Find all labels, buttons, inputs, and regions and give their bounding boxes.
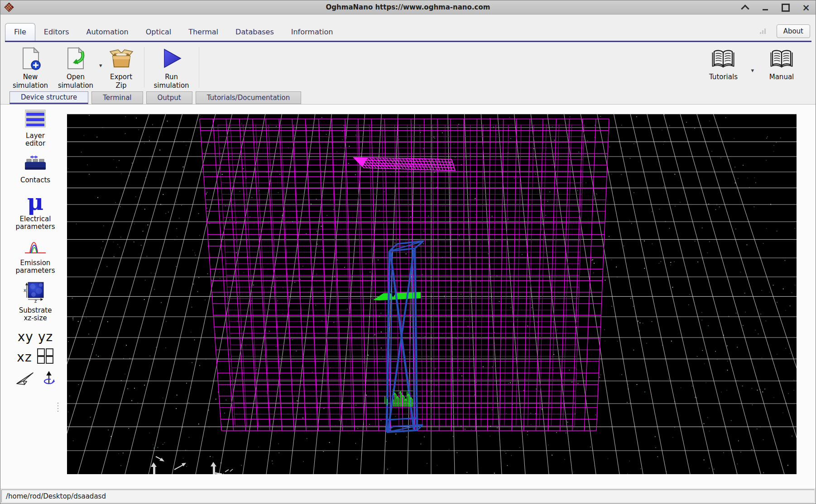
menu-databases[interactable]: Databases: [227, 24, 283, 41]
open-simulation-dropdown-caret[interactable]: ▾: [99, 62, 102, 90]
run-simulation-button[interactable]: Runsimulation: [149, 46, 194, 90]
manual-label: Manual: [769, 73, 794, 81]
view-xy-button[interactable]: xy: [18, 329, 34, 344]
electrical-parameters-button[interactable]: μ Electricalparameters: [15, 191, 55, 231]
layer-editor-button[interactable]: Layereditor: [24, 109, 46, 147]
titlebar[interactable]: OghmaNano https://www.oghma-nano.com ×: [0, 0, 816, 14]
minimize-button[interactable]: [761, 4, 769, 12]
new-simulation-label: Newsimulation: [13, 73, 48, 90]
window-title: OghmaNano https://www.oghma-nano.com: [0, 3, 816, 11]
substrate-xz-size-button[interactable]: x z Substratexz-size: [19, 281, 52, 322]
emission-parameters-button[interactable]: Emissionparameters: [15, 237, 55, 275]
maximize-button[interactable]: [782, 4, 790, 12]
zip-box-icon: [109, 46, 134, 71]
toolbar-separator: [199, 47, 199, 88]
four-views-icon[interactable]: [37, 348, 54, 366]
view-xz-button[interactable]: xz: [17, 350, 32, 365]
device-sidebar: Layereditor Contacts μ: [7, 109, 64, 388]
menubar: File Editors Automation Optical Thermal …: [0, 15, 816, 42]
manual-button[interactable]: Manual: [755, 46, 808, 81]
substrate-image-icon: x z: [24, 281, 47, 304]
menu-editors[interactable]: Editors: [35, 24, 78, 41]
ray-trace-plane-icon[interactable]: [15, 371, 34, 387]
menu-automation[interactable]: Automation: [77, 24, 137, 41]
simulation-path-field: /home/rod/Desktop/dsaadasd: [1, 490, 815, 503]
contacts-label: Contacts: [20, 176, 50, 184]
tab-device-structure[interactable]: Device structure: [10, 91, 88, 104]
substrate-xz-size-label: Substratexz-size: [19, 307, 52, 322]
toolbar-separator: [144, 47, 144, 88]
book-icon: [711, 46, 735, 71]
open-simulation-label: Opensimulation: [58, 73, 93, 90]
view-tabs: Device structure Terminal Output Tutoria…: [10, 91, 301, 104]
tab-tutorials-documentation[interactable]: Tutorials/Documentation: [196, 91, 302, 104]
toolbar: Newsimulation Opensimulation ▾: [0, 43, 816, 90]
device-3d-viewport[interactable]: [67, 114, 797, 474]
emission-spectrum-icon: [24, 237, 47, 257]
menu-information[interactable]: Information: [283, 24, 342, 41]
new-simulation-button[interactable]: Newsimulation: [8, 46, 53, 90]
open-document-icon: [63, 46, 88, 71]
view-yz-button[interactable]: yz: [38, 329, 53, 344]
book-icon: [769, 46, 794, 71]
contacts-icon: [24, 154, 47, 174]
tutorials-dropdown-caret[interactable]: ▾: [751, 67, 754, 74]
menu-underline: [5, 41, 811, 42]
about-button[interactable]: About: [777, 24, 810, 38]
svg-text:z: z: [34, 299, 37, 303]
mu-icon: μ: [27, 191, 44, 213]
export-zip-label: ExportZip: [110, 73, 132, 90]
close-button[interactable]: ×: [802, 4, 810, 12]
device-3d-scene[interactable]: [67, 114, 797, 474]
resize-grip-icon: [760, 29, 766, 34]
play-icon: [159, 46, 184, 71]
shade-window-button[interactable]: [741, 4, 749, 12]
layer-editor-icon: [24, 109, 46, 130]
statusbar: /home/rod/Desktop/dsaadasd: [0, 488, 816, 504]
menu-thermal[interactable]: Thermal: [180, 24, 227, 41]
electrical-parameters-label: Electricalparameters: [15, 215, 55, 231]
menu-file[interactable]: File: [5, 23, 35, 41]
svg-text:x: x: [24, 288, 26, 293]
tab-terminal[interactable]: Terminal: [91, 91, 143, 104]
new-document-icon: [18, 46, 43, 71]
sidebar-splitter-handle[interactable]: [57, 403, 59, 412]
contacts-button[interactable]: Contacts: [20, 154, 50, 184]
run-simulation-label: Runsimulation: [154, 73, 189, 90]
rotate-view-icon[interactable]: [43, 371, 55, 388]
export-zip-button[interactable]: ExportZip: [103, 46, 139, 90]
simulation-path: /home/rod/Desktop/dsaadasd: [6, 492, 106, 500]
tutorials-button[interactable]: Tutorials: [696, 46, 750, 81]
app-window: OghmaNano https://www.oghma-nano.com × F…: [0, 0, 816, 504]
layer-editor-label: Layereditor: [25, 132, 45, 147]
tutorials-label: Tutorials: [709, 73, 738, 81]
open-simulation-button[interactable]: Opensimulation: [53, 46, 98, 90]
emission-parameters-label: Emissionparameters: [15, 259, 55, 275]
tab-output[interactable]: Output: [146, 91, 192, 104]
menu-optical[interactable]: Optical: [137, 24, 180, 41]
